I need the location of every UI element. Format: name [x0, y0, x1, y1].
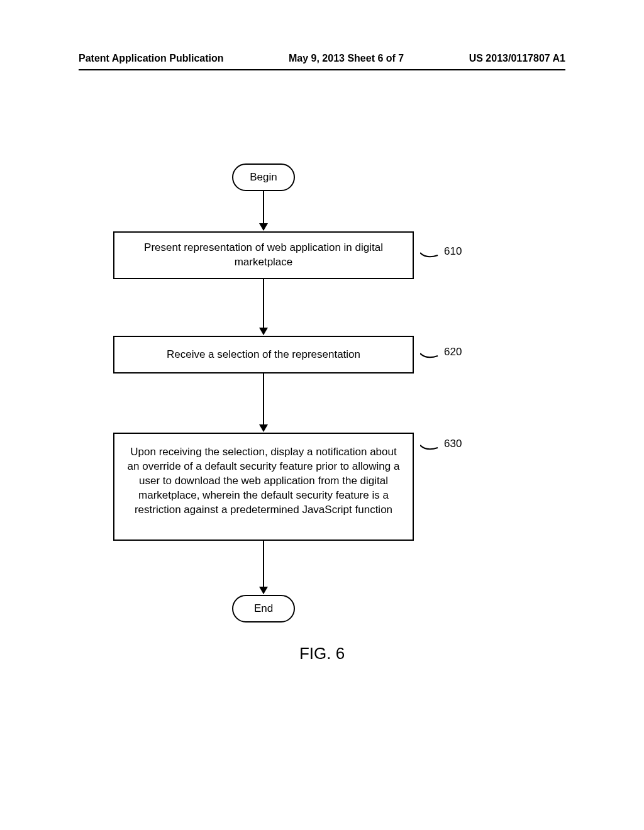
terminator-end: End	[232, 595, 295, 622]
step1-text: Present representation of web applicatio…	[123, 241, 404, 270]
ref-630: 630	[444, 438, 462, 450]
process-step-3: Upon receiving the selection, display a …	[113, 433, 414, 541]
step2-text: Receive a selection of the representatio…	[167, 348, 360, 362]
leader-line-icon	[420, 250, 439, 259]
page-header: Patent Application Publication May 9, 20…	[79, 53, 565, 64]
begin-label: Begin	[250, 171, 277, 184]
header-center: May 9, 2013 Sheet 6 of 7	[289, 53, 404, 64]
header-left: Patent Application Publication	[79, 53, 224, 64]
figure-caption: FIG. 6	[0, 644, 644, 663]
step3-text: Upon receiving the selection, display a …	[123, 445, 404, 517]
terminator-begin: Begin	[232, 163, 295, 191]
leader-line-icon	[420, 351, 439, 360]
arrow-down-icon	[263, 279, 264, 335]
leader-line-icon	[420, 443, 439, 451]
ref-620: 620	[444, 346, 462, 358]
header-right: US 2013/0117807 A1	[469, 53, 565, 64]
header-rule	[79, 69, 565, 70]
process-step-2: Receive a selection of the representatio…	[113, 336, 414, 374]
ref-610: 610	[444, 245, 462, 258]
arrow-down-icon	[263, 541, 264, 594]
arrow-down-icon	[263, 191, 264, 230]
process-step-1: Present representation of web applicatio…	[113, 231, 414, 279]
arrow-down-icon	[263, 374, 264, 431]
end-label: End	[254, 602, 273, 615]
